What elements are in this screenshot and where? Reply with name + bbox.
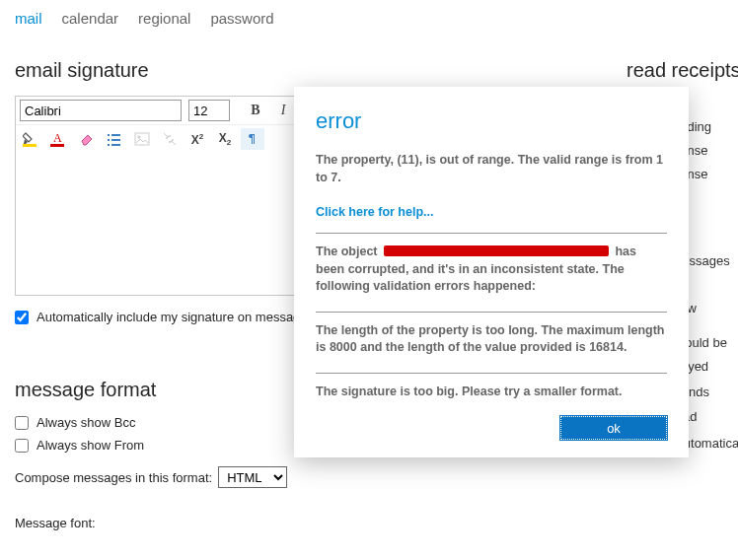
always-from-checkbox[interactable] (15, 439, 29, 453)
svg-rect-4 (111, 134, 120, 136)
error-message-3: The length of the property is too long. … (316, 322, 667, 357)
svg-point-10 (138, 136, 141, 139)
paragraph-marks-icon[interactable] (241, 128, 264, 150)
help-link[interactable]: Click here for help... (316, 205, 433, 219)
svg-rect-6 (111, 139, 120, 141)
subscript-icon[interactable]: X2 (213, 128, 237, 150)
error-message-1: The property, (11), is out of range. The… (316, 152, 667, 186)
divider (316, 312, 667, 313)
svg-rect-3 (108, 134, 110, 136)
font-select[interactable] (20, 100, 182, 121)
settings-tabs: mail calendar regional password (0, 0, 738, 35)
divider (316, 233, 667, 234)
bullets-icon[interactable] (103, 128, 126, 150)
compose-format-label: Compose messages in this format: (15, 470, 212, 485)
error-message-2: The object has been corrupted, and it's … (316, 244, 667, 296)
auto-signature-checkbox[interactable] (15, 311, 29, 324)
svg-rect-2 (50, 144, 64, 147)
font-color-icon[interactable]: A (47, 128, 71, 150)
ok-button[interactable]: ok (560, 416, 667, 440)
eraser-icon[interactable] (75, 128, 99, 150)
error-dialog: error The property, (11), is out of rang… (294, 87, 689, 457)
compose-format-row: Compose messages in this format: HTML (15, 466, 617, 488)
italic-button[interactable]: I (271, 100, 295, 121)
highlight-color-icon[interactable] (20, 128, 43, 150)
tab-mail[interactable]: mail (15, 10, 42, 27)
always-bcc-checkbox[interactable] (15, 416, 29, 430)
redacted-text (384, 245, 609, 256)
svg-line-12 (172, 141, 176, 145)
svg-rect-7 (108, 144, 110, 146)
tab-calendar[interactable]: calendar (62, 10, 119, 27)
email-signature-title: email signature (15, 59, 617, 82)
error-message-4: The signature is too big. Please try a s… (316, 384, 667, 401)
unlink-icon[interactable] (158, 128, 182, 150)
svg-rect-5 (108, 139, 110, 141)
divider (316, 373, 667, 374)
insert-image-icon[interactable] (130, 128, 154, 150)
tab-password[interactable]: password (210, 10, 273, 27)
tab-regional[interactable]: regional (138, 10, 190, 27)
always-from-label: Always show From (37, 438, 144, 453)
svg-rect-8 (111, 144, 120, 146)
svg-text:A: A (53, 131, 62, 145)
svg-line-11 (164, 133, 168, 137)
always-bcc-label: Always show Bcc (37, 415, 135, 430)
bold-button[interactable]: B (244, 100, 267, 121)
error-title: error (316, 108, 667, 134)
read-receipts-title: read receipts (627, 59, 738, 82)
superscript-icon[interactable]: X2 (185, 128, 209, 150)
compose-format-select[interactable]: HTML (218, 466, 287, 488)
message-font-label: Message font: (15, 516, 617, 530)
svg-rect-9 (135, 133, 149, 145)
svg-rect-0 (23, 144, 37, 147)
font-size-select[interactable] (188, 100, 230, 121)
